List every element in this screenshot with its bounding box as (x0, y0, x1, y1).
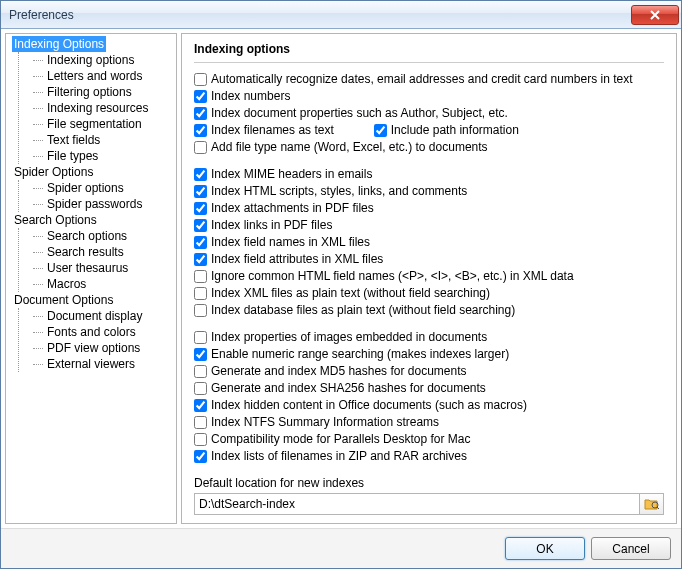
ok-button[interactable]: OK (505, 537, 585, 560)
option-label: Generate and index MD5 hashes for docume… (211, 363, 466, 380)
tree-item[interactable]: User thesaurus (33, 260, 176, 276)
tree-header[interactable]: Indexing Options (12, 36, 106, 52)
nav-tree: Indexing OptionsIndexing optionsLetters … (5, 33, 177, 524)
option-row: Index document properties such as Author… (194, 105, 664, 122)
option-row: Index hidden content in Office documents… (194, 397, 664, 414)
close-icon (650, 10, 660, 20)
option-label: Add file type name (Word, Excel, etc.) t… (211, 139, 488, 156)
option-checkbox[interactable] (194, 73, 207, 86)
option-label: Compatibility mode for Parallels Desktop… (211, 431, 470, 448)
default-location-field (194, 493, 664, 515)
close-button[interactable] (631, 5, 679, 25)
cancel-button[interactable]: Cancel (591, 537, 671, 560)
tree-item[interactable]: Indexing resources (33, 100, 176, 116)
option-row: Index field attributes in XML files (194, 251, 664, 268)
option-checkbox[interactable] (194, 236, 207, 249)
option-label: Ignore common HTML field names (<P>, <I>… (211, 268, 574, 285)
option-checkbox[interactable] (194, 287, 207, 300)
option-inline: Include path information (374, 122, 519, 139)
option-checkbox[interactable] (194, 416, 207, 429)
tree-item[interactable]: Filtering options (33, 84, 176, 100)
option-checkbox[interactable] (194, 168, 207, 181)
option-checkbox[interactable] (194, 107, 207, 120)
option-row: Index lists of filenames in ZIP and RAR … (194, 448, 664, 465)
option-checkbox[interactable] (194, 124, 207, 137)
option-label: Generate and index SHA256 hashes for doc… (211, 380, 486, 397)
tree-item[interactable]: External viewers (33, 356, 176, 372)
tree-item[interactable]: File types (33, 148, 176, 164)
tree-item[interactable]: Search options (33, 228, 176, 244)
option-label: Index lists of filenames in ZIP and RAR … (211, 448, 467, 465)
tree-item[interactable]: Spider passwords (33, 196, 176, 212)
tree-item[interactable]: Search results (33, 244, 176, 260)
option-checkbox[interactable] (194, 185, 207, 198)
option-checkbox[interactable] (194, 331, 207, 344)
option-checkbox[interactable] (194, 270, 207, 283)
option-label: Enable numeric range searching (makes in… (211, 346, 509, 363)
option-row: Index XML files as plain text (without f… (194, 285, 664, 302)
option-checkbox[interactable] (194, 399, 207, 412)
option-checkbox[interactable] (374, 124, 387, 137)
option-label: Index hidden content in Office documents… (211, 397, 527, 414)
option-row: Automatically recognize dates, email add… (194, 71, 664, 88)
option-checkbox[interactable] (194, 382, 207, 395)
option-row: Generate and index MD5 hashes for docume… (194, 363, 664, 380)
option-checkbox[interactable] (194, 450, 207, 463)
option-row: Index properties of images embedded in d… (194, 329, 664, 346)
tree-header[interactable]: Spider Options (12, 164, 176, 180)
option-row: Index numbers (194, 88, 664, 105)
tree-header[interactable]: Document Options (12, 292, 176, 308)
option-checkbox[interactable] (194, 219, 207, 232)
option-row: Index NTFS Summary Information streams (194, 414, 664, 431)
option-checkbox[interactable] (194, 365, 207, 378)
dialog-footer: OK Cancel (1, 528, 681, 568)
title-bar[interactable]: Preferences (1, 1, 681, 29)
folder-icon (644, 497, 660, 511)
option-row: Index filenames as textInclude path info… (194, 122, 664, 139)
option-checkbox[interactable] (194, 141, 207, 154)
tree-item[interactable]: Macros (33, 276, 176, 292)
option-label: Index document properties such as Author… (211, 105, 508, 122)
tree-item[interactable]: PDF view options (33, 340, 176, 356)
option-label: Index properties of images embedded in d… (211, 329, 487, 346)
option-label: Index field attributes in XML files (211, 251, 383, 268)
content-panel: Indexing options Automatically recognize… (181, 33, 677, 524)
preferences-window: Preferences Indexing OptionsIndexing opt… (0, 0, 682, 569)
default-location-label: Default location for new indexes (194, 476, 664, 490)
option-label: Index MIME headers in emails (211, 166, 372, 183)
option-label: Index attachments in PDF files (211, 200, 374, 217)
option-label: Index filenames as text (211, 122, 334, 139)
option-row: Generate and index SHA256 hashes for doc… (194, 380, 664, 397)
option-row: Compatibility mode for Parallels Desktop… (194, 431, 664, 448)
tree-item[interactable]: Indexing options (33, 52, 176, 68)
option-label: Automatically recognize dates, email add… (211, 71, 633, 88)
option-row: Index field names in XML files (194, 234, 664, 251)
window-title: Preferences (9, 8, 631, 22)
tree-item[interactable]: File segmentation (33, 116, 176, 132)
browse-button[interactable] (640, 493, 664, 515)
option-row: Enable numeric range searching (makes in… (194, 346, 664, 363)
tree-item[interactable]: Fonts and colors (33, 324, 176, 340)
divider (194, 62, 664, 63)
option-label: Index database files as plain text (with… (211, 302, 515, 319)
option-checkbox[interactable] (194, 253, 207, 266)
option-label: Index numbers (211, 88, 290, 105)
option-checkbox[interactable] (194, 90, 207, 103)
option-row: Index HTML scripts, styles, links, and c… (194, 183, 664, 200)
option-row: Index MIME headers in emails (194, 166, 664, 183)
tree-item[interactable]: Letters and words (33, 68, 176, 84)
tree-item[interactable]: Document display (33, 308, 176, 324)
option-checkbox[interactable] (194, 304, 207, 317)
tree-item[interactable]: Text fields (33, 132, 176, 148)
panel-heading: Indexing options (194, 42, 664, 56)
option-row: Ignore common HTML field names (<P>, <I>… (194, 268, 664, 285)
tree-header[interactable]: Search Options (12, 212, 176, 228)
option-label: Index XML files as plain text (without f… (211, 285, 490, 302)
option-checkbox[interactable] (194, 202, 207, 215)
option-checkbox[interactable] (194, 348, 207, 361)
tree-item[interactable]: Spider options (33, 180, 176, 196)
option-checkbox[interactable] (194, 433, 207, 446)
option-label: Include path information (391, 122, 519, 139)
default-location-input[interactable] (194, 493, 640, 515)
option-row: Index database files as plain text (with… (194, 302, 664, 319)
